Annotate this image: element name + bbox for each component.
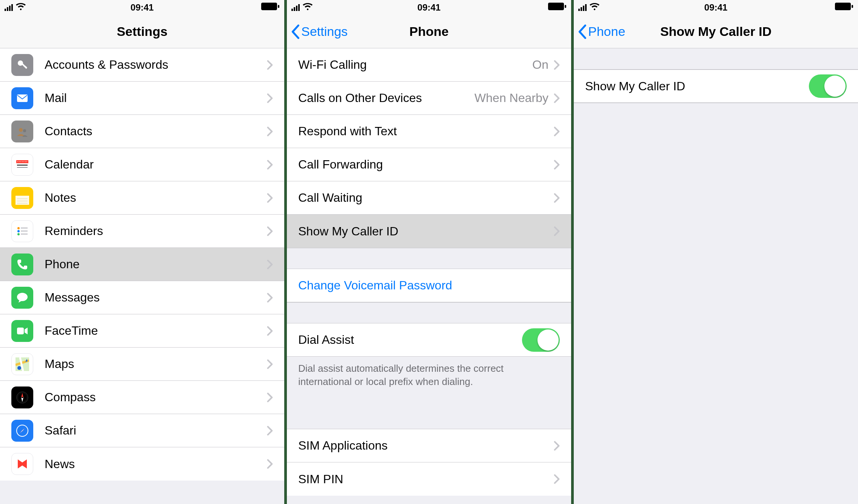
status-bar: 09:41 — [574, 0, 858, 15]
row-detail: On — [532, 58, 548, 72]
nav-title: Settings — [117, 24, 167, 39]
chevron-right-icon — [267, 93, 273, 104]
dial-assist-toggle[interactable] — [522, 328, 560, 352]
caller-id-list: Show My Caller ID — [574, 48, 858, 481]
status-time: 09:41 — [704, 2, 727, 13]
svg-point-7 — [23, 129, 26, 132]
svg-rect-28 — [21, 233, 28, 235]
settings-row-safari[interactable]: Safari — [0, 414, 284, 447]
nav-title: Phone — [409, 24, 449, 39]
svg-rect-1 — [278, 5, 279, 8]
chevron-right-icon — [267, 226, 273, 237]
settings-row-calendar[interactable]: Calendar — [0, 148, 284, 181]
row-label: Call Waiting — [298, 191, 554, 205]
svg-point-16 — [25, 161, 26, 162]
svg-rect-36 — [548, 3, 564, 10]
phone-row-call-forwarding[interactable]: Call Forwarding — [287, 148, 571, 181]
cellular-signal-icon — [5, 4, 13, 11]
chevron-right-icon — [554, 441, 560, 451]
phone-row-sim-applications[interactable]: SIM Applications — [287, 429, 571, 462]
chevron-right-icon — [267, 292, 273, 303]
settings-row-messages[interactable]: Messages — [0, 281, 284, 314]
phone-row-wi-fi-calling[interactable]: Wi-Fi CallingOn — [287, 48, 571, 82]
row-label: SIM Applications — [298, 439, 554, 453]
dial-assist-row[interactable]: Dial Assist — [287, 323, 571, 357]
chevron-right-icon — [267, 259, 273, 270]
show-caller-id-toggle[interactable] — [809, 74, 847, 98]
phone-row-call-waiting[interactable]: Call Waiting — [287, 181, 571, 215]
phone-row-respond-with-text[interactable]: Respond with Text — [287, 115, 571, 148]
settings-row-facetime[interactable]: FaceTime — [0, 314, 284, 348]
show-caller-id-row[interactable]: Show My Caller ID — [574, 70, 858, 103]
status-bar: 09:41 — [0, 0, 284, 15]
row-label: Maps — [45, 357, 267, 371]
chevron-right-icon — [554, 226, 560, 237]
contacts-icon — [11, 121, 33, 142]
back-button[interactable]: Phone — [578, 15, 625, 48]
svg-point-27 — [17, 233, 20, 235]
chevron-right-icon — [267, 359, 273, 369]
row-label: Safari — [45, 424, 267, 438]
reminders-icon — [11, 220, 33, 242]
back-button[interactable]: Settings — [291, 15, 348, 48]
wifi-icon — [590, 2, 599, 13]
row-label: Notes — [45, 191, 267, 205]
settings-row-compass[interactable]: Compass — [0, 381, 284, 414]
back-label: Phone — [588, 24, 625, 39]
chevron-right-icon — [267, 326, 273, 336]
settings-list[interactable]: Accounts & PasswordsMailContactsCalendar… — [0, 48, 284, 481]
status-bar: 09:41 — [287, 0, 571, 15]
screen-show-caller-id: 09:41 Phone Show My Caller ID Show My Ca… — [574, 0, 858, 504]
phone-settings-list[interactable]: Wi-Fi CallingOnCalls on Other DevicesWhe… — [287, 48, 571, 496]
key-icon — [11, 54, 33, 76]
svg-point-31 — [17, 366, 21, 370]
settings-row-phone[interactable]: Phone — [0, 248, 284, 281]
row-label: FaceTime — [45, 324, 267, 338]
svg-rect-29 — [17, 328, 24, 334]
status-time: 09:41 — [417, 2, 440, 13]
row-label: Show My Caller ID — [585, 79, 809, 93]
row-label: Change Voicemail Password — [298, 278, 560, 292]
svg-rect-37 — [565, 5, 566, 8]
row-label: Dial Assist — [298, 333, 522, 347]
phone-row-sim-pin[interactable]: SIM PIN — [287, 462, 571, 496]
dial-assist-note: Dial assist automatically determines the… — [287, 357, 571, 391]
settings-row-news[interactable]: News — [0, 447, 284, 481]
status-time: 09:41 — [130, 2, 153, 13]
settings-row-contacts[interactable]: Contacts — [0, 115, 284, 148]
maps-icon — [11, 353, 33, 375]
svg-point-17 — [26, 161, 27, 162]
cellular-signal-icon — [578, 4, 587, 11]
row-label: Accounts & Passwords — [45, 58, 267, 72]
svg-rect-10 — [17, 167, 28, 168]
wifi-icon — [303, 2, 313, 13]
phone-icon — [11, 254, 33, 275]
row-label: News — [45, 457, 267, 471]
svg-rect-38 — [835, 3, 851, 10]
chevron-right-icon — [554, 93, 560, 104]
svg-point-6 — [19, 128, 23, 132]
news-icon — [11, 453, 33, 475]
svg-rect-9 — [17, 165, 28, 165]
settings-row-notes[interactable]: Notes — [0, 181, 284, 215]
chevron-right-icon — [267, 459, 273, 469]
svg-rect-5 — [17, 94, 28, 102]
row-label: Phone — [45, 257, 267, 271]
settings-row-accounts-passwords[interactable]: Accounts & Passwords — [0, 48, 284, 82]
row-label: Show My Caller ID — [298, 224, 554, 238]
row-detail: When Nearby — [474, 91, 548, 105]
settings-row-maps[interactable]: Maps — [0, 348, 284, 381]
row-label: Calendar — [45, 158, 267, 172]
svg-rect-26 — [21, 230, 28, 232]
phone-row-calls-on-other-devices[interactable]: Calls on Other DevicesWhen Nearby — [287, 82, 571, 115]
phone-row-show-my-caller-id[interactable]: Show My Caller ID — [287, 215, 571, 248]
settings-row-reminders[interactable]: Reminders — [0, 215, 284, 248]
change-voicemail-password-row[interactable]: Change Voicemail Password — [287, 269, 571, 302]
screen-settings: 09:41 Settings Accounts & PasswordsMailC… — [0, 0, 284, 504]
battery-icon — [261, 2, 280, 13]
notes-icon — [11, 187, 33, 209]
chevron-right-icon — [267, 159, 273, 170]
chevron-right-icon — [554, 126, 560, 137]
settings-row-mail[interactable]: Mail — [0, 82, 284, 115]
battery-icon — [835, 2, 853, 13]
